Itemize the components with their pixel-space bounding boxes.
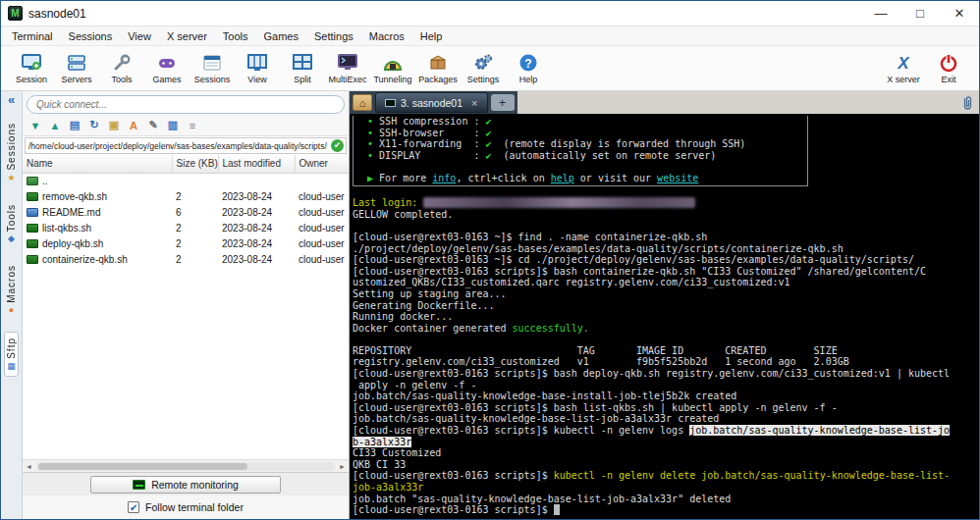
file-row[interactable]: ..: [23, 173, 349, 188]
scrollbar-thumb[interactable]: [38, 463, 247, 470]
file-row[interactable]: list-qkbs.sh22023-08-24cloud-user: [23, 220, 349, 235]
column-header-name[interactable]: Name: [23, 155, 172, 173]
edit-icon[interactable]: ✎: [145, 118, 161, 132]
terminal-tab-icon: [385, 99, 396, 107]
menu-settings[interactable]: Settings: [306, 28, 361, 44]
sidebar-tab-sftp[interactable]: Sftp▦: [4, 332, 19, 377]
multiexec-icon: [338, 53, 358, 73]
file-name: README.md: [23, 204, 172, 220]
collapse-sidebar-icon[interactable]: «: [8, 94, 15, 106]
menu-terminal[interactable]: Terminal: [4, 28, 61, 44]
terminal-line: REPOSITORY TAG IMAGE ID CREATED SIZE: [353, 345, 979, 357]
file-modified: 2023-08-24: [218, 204, 295, 220]
sidebar-tab-tools[interactable]: Tools◆: [4, 199, 19, 248]
terminal-output[interactable]: • SSH compression : ✔ • SSH-browser : ✔ …: [350, 114, 979, 519]
terminal-line: job.batch/sas-quality-knowledge-base-lis…: [353, 413, 979, 425]
file-browser-toolbar: ▼▲▤↻▣A✎▥≡: [23, 116, 349, 136]
remote-monitoring-button[interactable]: Remote monitoring: [90, 476, 281, 494]
file-name: deploy-qkb.sh: [23, 235, 172, 251]
doc-icon: [27, 208, 38, 217]
toolbar-label: Settings: [467, 75, 500, 84]
sidebar-tab-sessions[interactable]: Sessions★: [4, 118, 19, 187]
toolbar-session-button[interactable]: Session: [9, 48, 54, 89]
menu-small-icon[interactable]: ≡: [185, 118, 200, 132]
tunneling-icon: [383, 53, 404, 73]
terminal-line: [cloud-user@rext03-0163 scripts]$: [353, 504, 979, 516]
scroll-right-icon[interactable]: ►: [336, 463, 349, 470]
column-header-owner[interactable]: Owner: [295, 155, 349, 173]
menu-tools[interactable]: Tools: [215, 28, 256, 44]
toolbar-label: Servers: [61, 75, 91, 84]
download-icon[interactable]: ▼: [27, 118, 43, 132]
menu-games[interactable]: Games: [256, 28, 306, 44]
minimize-button[interactable]: —: [861, 1, 900, 26]
toolbar-packages-button[interactable]: Packages: [415, 48, 461, 89]
menu-sessions[interactable]: Sessions: [61, 28, 121, 44]
session-icon: [22, 53, 42, 73]
current-path[interactable]: /home/cloud-user/project/deploy/gelenv/s…: [26, 141, 331, 151]
menu-x-server[interactable]: X server: [159, 28, 215, 44]
tab-sasnode01[interactable]: 3. sasnode01 ×: [375, 92, 488, 113]
maximize-button[interactable]: □: [900, 1, 940, 26]
terminal-line: [355, 161, 805, 173]
menu-help[interactable]: Help: [412, 28, 451, 44]
toolbar-sessions-button[interactable]: Sessions: [190, 48, 235, 89]
terminal-line: Last login:: [353, 197, 979, 209]
toolbar-multiexec-button[interactable]: MultiExec: [325, 48, 370, 89]
column-header-size-kb[interactable]: Size (KB): [172, 155, 218, 173]
menu-view[interactable]: View: [120, 28, 159, 44]
main-toolbar: SessionServersToolsGamesSessionsViewSpli…: [1, 46, 979, 91]
path-bar: /home/cloud-user/project/deploy/gelenv/s…: [25, 137, 347, 154]
new-folder-icon[interactable]: ▣: [106, 118, 122, 132]
script-icon: [27, 224, 38, 233]
close-tab-icon[interactable]: ×: [471, 97, 477, 109]
horizontal-scrollbar[interactable]: ◄ ►: [23, 459, 349, 472]
upload-icon[interactable]: ▲: [47, 118, 63, 132]
terminal-line: [cloud-user@rext03-0163 scripts]$ bash l…: [353, 402, 979, 414]
file-list: NameSize (KB)Last modifiedOwner ..remove…: [23, 155, 349, 459]
script-icon: [27, 192, 38, 201]
toolbar-games-button[interactable]: Games: [144, 48, 190, 89]
file-row[interactable]: README.md62023-08-24cloud-user: [23, 204, 349, 220]
file-row[interactable]: deploy-qkb.sh22023-08-24cloud-user: [23, 235, 349, 251]
terminal-line: ustomized_QKBs/CI33_customized.qarc regi…: [353, 277, 979, 288]
path-confirm-icon[interactable]: ✔: [331, 139, 344, 152]
games-icon: [157, 53, 178, 73]
scroll-left-icon[interactable]: ◄: [23, 463, 35, 470]
file-name: ..: [23, 173, 172, 188]
sidebar-tab-label: Sessions: [6, 123, 17, 171]
split-view-icon[interactable]: ▥: [165, 118, 181, 132]
menu-macros[interactable]: Macros: [361, 28, 412, 44]
toolbar-x-server-button[interactable]: XX server: [881, 48, 926, 89]
sidebar-tab-strip: « Sessions★Tools◆Macros●Sftp▦: [1, 91, 23, 519]
toolbar-settings-button[interactable]: Settings: [461, 48, 506, 89]
toolbar-tools-button[interactable]: Tools: [99, 48, 144, 89]
toolbar-help-button[interactable]: ?Help: [506, 48, 551, 89]
sidebar-tab-macros[interactable]: Macros●: [4, 260, 19, 320]
toolbar-exit-button[interactable]: Exit: [926, 48, 971, 89]
new-tab-button[interactable]: +: [491, 94, 515, 111]
toolbar-label: View: [247, 75, 266, 84]
terminal-line: [353, 334, 979, 345]
refresh-icon[interactable]: ↻: [86, 118, 102, 132]
file-owner: cloud-user: [295, 251, 349, 267]
scrollbar-track[interactable]: [36, 462, 335, 471]
terminal-line: registry.gelenv.com/ci33_customized v1 f…: [353, 356, 979, 368]
settings-icon: [473, 53, 494, 73]
new-file-icon[interactable]: ▤: [67, 118, 82, 132]
toolbar-split-button[interactable]: Split: [280, 48, 325, 89]
toolbar-tunneling-button[interactable]: Tunneling: [370, 48, 415, 89]
home-tab-button[interactable]: ⌂: [353, 94, 372, 111]
toolbar-servers-button[interactable]: Servers: [54, 48, 99, 89]
terminal-line: QKB CI 33: [353, 459, 979, 471]
quick-connect-input[interactable]: [27, 95, 345, 114]
column-header-last-modified[interactable]: Last modified: [218, 155, 295, 173]
terminal-line: job.batch "sas-quality-knowledge-base-li…: [353, 494, 979, 505]
encoding-icon[interactable]: A: [126, 118, 141, 132]
toolbar-view-button[interactable]: View: [235, 48, 280, 89]
follow-terminal-checkbox[interactable]: ✔: [128, 501, 139, 513]
file-row[interactable]: containerize-qkb.sh22023-08-24cloud-user: [23, 251, 349, 267]
close-button[interactable]: ✕: [940, 1, 979, 26]
file-row[interactable]: remove-qkb.sh22023-08-24cloud-user: [23, 188, 349, 204]
paperclip-icon[interactable]: [960, 91, 979, 114]
